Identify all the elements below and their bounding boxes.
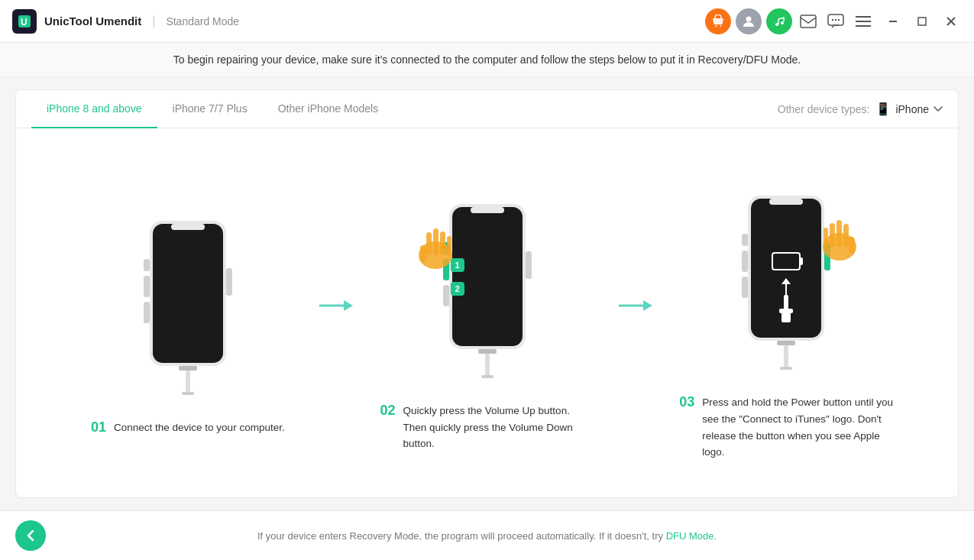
- svg-rect-33: [447, 236, 451, 255]
- svg-rect-49: [824, 228, 828, 247]
- step-1-column: 01 Connect the device to your computer.: [67, 198, 309, 436]
- svg-point-6: [781, 21, 784, 24]
- phone-step1-svg: [134, 213, 241, 397]
- svg-rect-64: [777, 341, 795, 345]
- svg-rect-27: [186, 371, 190, 393]
- badge-volume-up: 1: [451, 258, 464, 272]
- title-bar: U UnicTool Umendit | Standard Mode: [0, 0, 974, 43]
- step-2-text: Quickly press the Volume Up button. Then…: [403, 403, 594, 452]
- svg-rect-46: [843, 224, 849, 247]
- svg-rect-37: [471, 207, 504, 213]
- device-type-selector[interactable]: 📱 iPhone: [875, 102, 943, 116]
- svg-rect-30: [426, 232, 432, 255]
- device-type-name: iPhone: [895, 103, 929, 115]
- badge-volume-down: 2: [451, 282, 464, 296]
- step-1-desc: 01 Connect the device to your computer.: [83, 412, 293, 436]
- user-icon-btn[interactable]: [736, 8, 762, 34]
- svg-rect-34: [420, 245, 426, 262]
- svg-point-2: [716, 25, 717, 27]
- arrow-1: [309, 290, 366, 321]
- step-2-phone: 1 2: [434, 181, 541, 395]
- svg-rect-53: [769, 199, 803, 205]
- arrow-1-svg: [316, 290, 358, 321]
- maximize-btn[interactable]: [911, 11, 933, 32]
- main-content: iPhone 8 and above iPhone 7/7 Plus Other…: [0, 77, 974, 510]
- svg-rect-55: [742, 251, 748, 272]
- svg-rect-36: [452, 207, 523, 346]
- svg-rect-25: [226, 268, 232, 296]
- mail-icon-btn[interactable]: [797, 10, 820, 33]
- step-3-phone: [733, 173, 840, 387]
- svg-rect-66: [780, 367, 792, 370]
- svg-rect-48: [830, 223, 835, 247]
- svg-rect-24: [144, 302, 150, 323]
- svg-rect-26: [179, 366, 197, 371]
- back-button[interactable]: [15, 520, 46, 551]
- svg-rect-43: [485, 354, 490, 377]
- svg-rect-47: [836, 220, 842, 247]
- svg-rect-20: [153, 224, 223, 363]
- svg-rect-40: [443, 285, 449, 306]
- steps-visual-row: 01 Connect the device to your computer.: [67, 144, 908, 490]
- svg-point-11: [838, 18, 840, 20]
- step-2-num: 02: [380, 403, 396, 419]
- svg-rect-56: [742, 277, 748, 298]
- svg-rect-22: [144, 259, 150, 271]
- step-3-num: 03: [679, 394, 694, 410]
- footer-bar: If your device enters Recovery Mode, the…: [0, 510, 974, 560]
- arrow-2: [608, 290, 665, 321]
- svg-rect-44: [481, 375, 493, 378]
- step-1-phone: [134, 198, 241, 412]
- svg-rect-31: [433, 228, 438, 255]
- step-2-desc: 02 Quickly press the Volume Up button. T…: [373, 395, 602, 452]
- svg-rect-7: [801, 15, 816, 28]
- svg-rect-23: [144, 276, 150, 297]
- minimize-btn[interactable]: [882, 11, 904, 32]
- menu-icon-btn[interactable]: [852, 10, 875, 33]
- tab-iphone8-above[interactable]: iPhone 8 and above: [31, 90, 157, 128]
- title-bar-right: [705, 8, 962, 34]
- title-divider: |: [152, 15, 155, 28]
- footer-text: If your device enters Recovery Mode, the…: [257, 530, 666, 542]
- title-bar-left: U UnicTool Umendit | Standard Mode: [12, 9, 239, 34]
- svg-rect-65: [784, 345, 788, 368]
- phone-small-icon: 📱: [875, 102, 891, 116]
- step-3-text: Press and hold the Power button until yo…: [702, 394, 893, 460]
- svg-point-4: [746, 16, 752, 21]
- svg-rect-28: [182, 392, 194, 395]
- svg-rect-41: [526, 251, 532, 279]
- device-type-section: Other device types: 📱 iPhone: [778, 102, 943, 116]
- svg-rect-63: [781, 312, 791, 322]
- store-icon-btn[interactable]: [705, 8, 731, 34]
- notice-text: To begin repairing your device, make sur…: [173, 53, 801, 66]
- svg-rect-50: [849, 237, 855, 254]
- svg-text:U: U: [21, 17, 28, 28]
- arrow-2-svg: [616, 290, 658, 321]
- close-btn[interactable]: [940, 11, 962, 32]
- chat-icon-btn[interactable]: [824, 10, 847, 33]
- footer-text-container: If your device enters Recovery Mode, the…: [46, 530, 928, 542]
- app-name: UnicTool Umendit: [44, 15, 141, 28]
- step-3-column: 03 Press and hold the Power button until…: [665, 173, 908, 460]
- music-icon-btn[interactable]: [766, 8, 792, 34]
- notice-bar: To begin repairing your device, make sur…: [0, 43, 974, 77]
- svg-point-10: [835, 18, 836, 20]
- svg-point-9: [832, 18, 833, 20]
- chevron-down-icon: [934, 106, 943, 112]
- hand-right-icon: [817, 205, 862, 269]
- dfu-mode-link[interactable]: DFU Mode.: [666, 530, 717, 542]
- svg-rect-54: [742, 234, 748, 246]
- device-type-label: Other device types:: [778, 103, 870, 115]
- svg-point-3: [720, 25, 722, 27]
- tab-other-iphone[interactable]: Other iPhone Models: [263, 90, 394, 128]
- tabs-row: iPhone 8 and above iPhone 7/7 Plus Other…: [16, 90, 958, 128]
- steps-area: 01 Connect the device to your computer.: [16, 128, 958, 497]
- mode-label: Standard Mode: [166, 15, 239, 28]
- step-1-num: 01: [91, 419, 106, 435]
- step-2-column: 1 2 02 Quickly press the Volume Up butto…: [366, 181, 608, 452]
- tab-iphone7[interactable]: iPhone 7/7 Plus: [157, 90, 263, 128]
- svg-rect-42: [478, 349, 497, 354]
- svg-rect-59: [800, 257, 803, 265]
- step-3-desc: 03 Press and hold the Power button until…: [671, 387, 901, 460]
- tab-container: iPhone 8 and above iPhone 7/7 Plus Other…: [15, 89, 959, 498]
